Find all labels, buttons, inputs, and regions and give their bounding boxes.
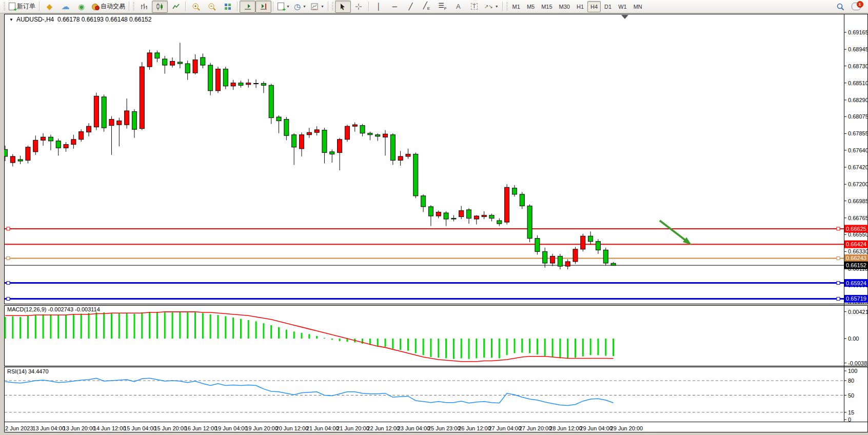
price-label-text: 0.65719	[846, 295, 866, 302]
line-handle[interactable]	[837, 297, 840, 300]
line-handle[interactable]	[837, 282, 840, 285]
fibonacci-button[interactable]: ☰F	[435, 1, 450, 13]
chart-shift-button[interactable]	[255, 1, 271, 13]
date-label[interactable]: 29 Jun 20:00	[610, 425, 643, 431]
tile-windows-button[interactable]	[220, 1, 235, 13]
timeframe-button-mn[interactable]: MN	[630, 1, 645, 12]
candle-body-down	[512, 188, 517, 194]
candle-body-down	[177, 62, 182, 64]
date-label[interactable]: 15 Jun 20:00	[154, 425, 187, 431]
timeframe-button-w1[interactable]: W1	[615, 1, 630, 12]
date-label[interactable]: 29 Jun 04:00	[580, 425, 613, 431]
price-tick-label: 0.69165	[848, 29, 868, 35]
date-label[interactable]: 27 Jun 04:00	[488, 425, 521, 431]
timeframe-button-m15[interactable]: M15	[538, 1, 555, 12]
text-label-button[interactable]: T	[466, 1, 482, 13]
line-handle[interactable]	[7, 297, 10, 300]
date-label[interactable]: 13 Jun 04:00	[32, 425, 65, 431]
equidistant-channel-button[interactable]: ╱E	[419, 1, 435, 13]
timeframe-button-m1[interactable]: M1	[509, 1, 523, 12]
chevron-down-icon: ▼	[495, 5, 499, 8]
candle-body-down	[277, 117, 281, 121]
line-handle[interactable]	[7, 282, 10, 285]
date-label[interactable]: 14 Jun 12:00	[93, 425, 126, 431]
auto-trading-icon	[91, 3, 99, 10]
text-button[interactable]: A	[450, 1, 466, 13]
arrows-button[interactable]: ↗↘ ▼	[482, 1, 501, 13]
date-label[interactable]: 27 Jun 20:00	[519, 425, 552, 431]
auto-scroll-button[interactable]	[240, 1, 255, 13]
search-button[interactable]	[832, 1, 848, 13]
date-label[interactable]: 15 Jun 04:00	[124, 425, 156, 431]
auto-trading-button[interactable]: 自动交易	[89, 1, 127, 13]
candle-body-up	[10, 156, 15, 163]
date-label[interactable]: 25 Jun 23:00	[428, 425, 461, 431]
date-label[interactable]: 21 Jun 04:00	[306, 425, 339, 431]
equidistant-channel-icon: ╱E	[423, 2, 430, 11]
timeframe-button-d1[interactable]: D1	[601, 1, 615, 12]
date-label[interactable]: 16 Jun 12:00	[185, 425, 218, 431]
line-handle[interactable]	[7, 256, 10, 260]
date-label[interactable]: 12 Jun 2023	[4, 425, 33, 431]
rsi-tick-label: 15	[848, 409, 854, 416]
templates-button[interactable]: ▼	[308, 1, 326, 13]
virtual-hosting-button[interactable]: ☁	[57, 1, 73, 13]
candle-body-down	[543, 251, 547, 263]
bar-chart-button[interactable]	[136, 1, 152, 13]
macd-tick-label: -0.003835	[848, 360, 868, 366]
candle-body-down	[428, 207, 433, 216]
line-handle[interactable]	[837, 227, 840, 230]
candle-body-up	[398, 156, 403, 161]
date-label[interactable]: 26 Jun 12:00	[458, 425, 491, 431]
date-label[interactable]: 28 Jun 12:00	[549, 425, 582, 431]
timeframe-button-m30[interactable]: M30	[556, 1, 573, 12]
periods-button[interactable]: ◷ ▼	[292, 1, 308, 13]
candle-body-up	[215, 69, 220, 91]
candlestick-chart-button[interactable]	[152, 1, 168, 13]
zoom-out-button[interactable]	[204, 1, 220, 13]
new-order-button[interactable]: + 新订单	[7, 1, 37, 13]
candle-body-up	[140, 67, 144, 129]
toolbar-separator	[502, 2, 503, 11]
timeframe-button-h1[interactable]: H1	[574, 1, 587, 12]
chart-canvas[interactable]: 0.691650.689450.687300.685100.682900.680…	[4, 14, 868, 435]
date-label[interactable]: 23 Jun 04:00	[398, 425, 430, 431]
candle-body-up	[383, 134, 388, 137]
crosshair-button[interactable]	[351, 1, 367, 13]
candle-body-up	[565, 262, 570, 266]
notifications-button[interactable]: 1	[848, 1, 864, 13]
date-label[interactable]: 20 Jun 12:00	[276, 425, 309, 431]
market-button[interactable]: ◆	[42, 1, 57, 13]
date-label[interactable]: 19 Jun 04:00	[215, 425, 248, 431]
toolbar: + 新订单 ◆ ☁ ◉ 自动交易	[0, 0, 868, 13]
trendline-button[interactable]: ╱	[403, 1, 419, 13]
toolbar-grip	[133, 2, 134, 11]
candle-body-down	[390, 135, 395, 161]
date-label[interactable]: 13 Jun 20:00	[63, 425, 96, 431]
vertical-line-button[interactable]: │	[371, 1, 387, 13]
date-label[interactable]: 22 Jun 12:00	[367, 425, 400, 431]
line-handle[interactable]	[7, 227, 10, 230]
candle-body-down	[527, 206, 532, 238]
candle-body-up	[299, 135, 304, 149]
price-tick-label: 0.67420	[848, 164, 868, 170]
price-tick-label: 0.67200	[848, 181, 868, 187]
zoom-in-button[interactable]	[188, 1, 204, 13]
text-label-icon: T	[471, 3, 478, 10]
fibonacci-icon: ☰F	[438, 2, 447, 11]
horizontal-line-icon: ─	[392, 3, 397, 10]
date-label[interactable]: 21 Jun 20:00	[337, 425, 369, 431]
cursor-button[interactable]	[335, 1, 351, 13]
timeframe-button-h4[interactable]: H4	[587, 1, 601, 12]
date-label[interactable]: 19 Jun 20:00	[245, 425, 278, 431]
line-chart-button[interactable]	[168, 1, 184, 13]
line-handle[interactable]	[837, 256, 840, 260]
candle-body-down	[330, 152, 334, 154]
chart-dropdown-icon[interactable]: ▼	[9, 17, 13, 22]
candle-body-up	[314, 130, 319, 132]
horizontal-line-button[interactable]: ─	[387, 1, 403, 13]
candle-body-up	[26, 147, 30, 161]
indicators-button[interactable]: + ▼	[275, 1, 292, 13]
signals-button[interactable]: ◉	[73, 1, 89, 13]
timeframe-button-m5[interactable]: M5	[524, 1, 538, 12]
